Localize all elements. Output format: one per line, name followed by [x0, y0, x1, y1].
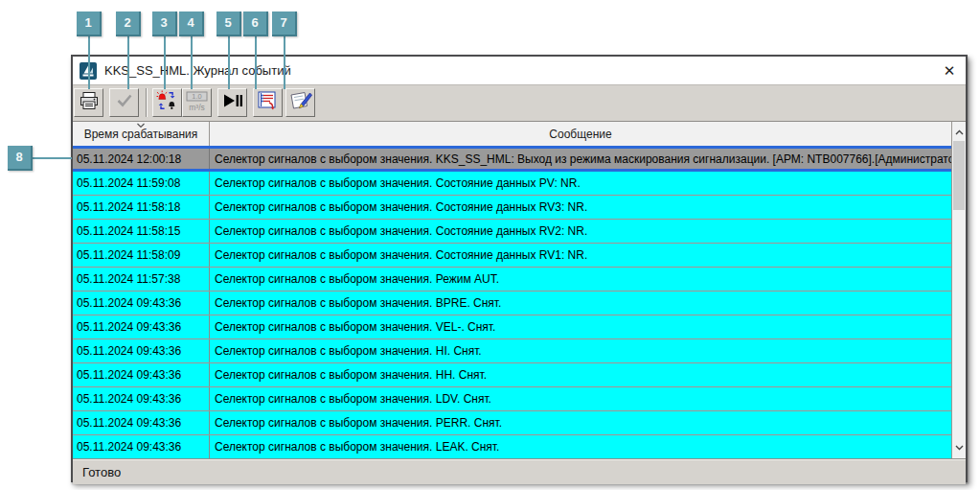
time-cell: 05.11.2024 11:58:09: [73, 244, 210, 267]
callout-line: [164, 36, 166, 89]
callout-badge-8: 8: [8, 146, 33, 171]
window-title: KKS_SS_HML. Журнал событий: [104, 63, 291, 78]
callout-line: [228, 36, 230, 89]
play-pause-button[interactable]: [217, 88, 247, 117]
time-cell: 05.11.2024 09:43:36: [73, 411, 210, 434]
table-row[interactable]: 05.11.2024 09:43:36Селектор сигналов с в…: [73, 292, 951, 315]
time-cell: 05.11.2024 11:57:38: [73, 268, 210, 291]
message-cell: Селектор сигналов с выбором значения. BP…: [210, 292, 951, 315]
table-row[interactable]: 05.11.2024 11:58:18Селектор сигналов с в…: [73, 196, 951, 220]
time-cell: 05.11.2024 11:59:08: [73, 172, 210, 195]
table-row[interactable]: 05.11.2024 09:43:36Селектор сигналов с в…: [73, 315, 951, 339]
message-cell: Селектор сигналов с выбором значения. LD…: [210, 387, 951, 410]
edit-note-button[interactable]: [285, 88, 315, 117]
message-cell: Селектор сигналов с выбором значения. PE…: [210, 411, 951, 434]
message-cell: Селектор сигналов с выбором значения. Ре…: [210, 268, 951, 291]
callout-line: [191, 36, 193, 89]
message-cell: Селектор сигналов с выбором значения. LE…: [210, 435, 951, 458]
play-pause-icon: [222, 91, 243, 114]
svg-text:1.0: 1.0: [192, 92, 201, 101]
callout-badge-4: 4: [179, 12, 204, 36]
table-row-selected[interactable]: 05.11.2024 12:00:18Селектор сигналов с в…: [73, 146, 951, 172]
callout-badge-5: 5: [217, 12, 241, 36]
time-cell: 05.11.2024 11:58:15: [73, 220, 210, 243]
message-cell: Селектор сигналов с выбором значения. HI…: [210, 339, 951, 362]
flow-units-icon: 1.0m³/s: [185, 90, 209, 116]
callout-line: [33, 157, 72, 159]
titlebar: KKS_SS_HML. Журнал событий ✕: [73, 57, 966, 85]
message-cell: Селектор сигналов с выбором значения. VE…: [210, 315, 951, 338]
column-header-message[interactable]: Сообщение: [210, 122, 951, 146]
alarm-mask-toggle-button[interactable]: [152, 88, 182, 117]
message-cell: Селектор сигналов с выбором значения. Со…: [210, 196, 951, 219]
check-icon: [115, 92, 134, 113]
scrollbar-thumb[interactable]: [953, 141, 965, 210]
callout-badge-3: 3: [152, 12, 177, 36]
table-header: Время срабатывания Сообщение: [73, 122, 951, 146]
callout-badge-1: 1: [77, 12, 102, 36]
time-cell: 05.11.2024 09:43:36: [73, 315, 210, 338]
sort-icon: [137, 122, 146, 128]
time-cell: 05.11.2024 12:00:18: [73, 149, 210, 169]
toolbar: 1.0m³/s: [73, 85, 966, 121]
time-cell: 05.11.2024 09:43:36: [73, 435, 210, 458]
callout-badge-6: 6: [243, 12, 268, 36]
table-row[interactable]: 05.11.2024 11:58:09Селектор сигналов с в…: [73, 244, 951, 268]
event-table: Время срабатывания Сообщение 05.11.2024 …: [73, 121, 966, 458]
callout-line: [88, 36, 90, 89]
flow-units-button[interactable]: 1.0m³/s: [182, 88, 212, 117]
status-text: Готово: [73, 465, 121, 479]
table-rows: 05.11.2024 12:00:18Селектор сигналов с в…: [73, 146, 951, 458]
column-header-time[interactable]: Время срабатывания: [73, 122, 210, 146]
table-row[interactable]: 05.11.2024 09:43:36Селектор сигналов с в…: [73, 387, 951, 411]
table-row[interactable]: 05.11.2024 11:59:08Селектор сигналов с в…: [73, 172, 951, 196]
callout-badge-7: 7: [272, 12, 297, 36]
scroll-down-icon[interactable]: [952, 439, 966, 456]
acknowledge-button[interactable]: [109, 88, 139, 117]
table-row[interactable]: 05.11.2024 09:43:36Селектор сигналов с в…: [73, 363, 951, 387]
toolbar-separator: [146, 88, 148, 117]
alarm-swap-icon: [156, 90, 178, 115]
callout-line: [127, 36, 129, 89]
message-cell: Селектор сигналов с выбором значения. KK…: [210, 149, 951, 169]
time-cell: 05.11.2024 09:43:36: [73, 292, 210, 315]
event-journal-window: KKS_SS_HML. Журнал событий ✕ 1.0m³/s Вре…: [71, 55, 968, 482]
vertical-scrollbar[interactable]: [951, 122, 966, 458]
table-row[interactable]: 05.11.2024 09:43:36Селектор сигналов с в…: [73, 339, 951, 363]
event-list-icon: [257, 90, 279, 115]
time-cell: 05.11.2024 09:43:36: [73, 387, 210, 410]
edit-note-icon: [289, 90, 312, 115]
callout-line: [284, 36, 285, 89]
message-cell: Селектор сигналов с выбором значения. Со…: [210, 172, 951, 195]
message-cell: Селектор сигналов с выбором значения. HH…: [210, 363, 951, 386]
time-cell: 05.11.2024 11:58:18: [73, 196, 210, 219]
message-cell: Селектор сигналов с выбором значения. Со…: [210, 220, 951, 243]
event-list-button[interactable]: [253, 88, 283, 117]
time-cell: 05.11.2024 09:43:36: [73, 339, 210, 362]
table-row[interactable]: 05.11.2024 11:58:15Селектор сигналов с в…: [73, 220, 951, 244]
print-icon: [79, 91, 100, 114]
close-icon[interactable]: ✕: [933, 57, 966, 84]
message-cell: Селектор сигналов с выбором значения. Со…: [210, 244, 951, 267]
svg-text:m³/s: m³/s: [189, 102, 205, 111]
table-row[interactable]: 05.11.2024 09:43:36Селектор сигналов с в…: [73, 435, 951, 458]
status-bar: Готово: [73, 458, 966, 484]
time-cell: 05.11.2024 09:43:36: [73, 363, 210, 386]
print-button[interactable]: [74, 88, 103, 117]
table-row[interactable]: 05.11.2024 11:57:38Селектор сигналов с в…: [73, 268, 951, 292]
callout-line: [255, 36, 257, 89]
table-row[interactable]: 05.11.2024 09:43:36Селектор сигналов с в…: [73, 411, 951, 435]
callout-badge-2: 2: [116, 12, 141, 36]
scroll-up-icon[interactable]: [952, 124, 966, 141]
